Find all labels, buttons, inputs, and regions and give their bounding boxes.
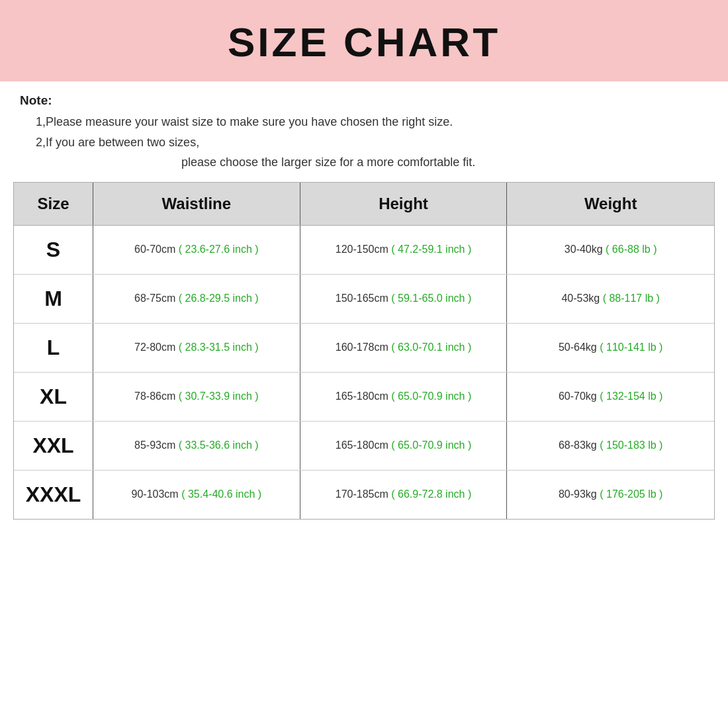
table-row: XXL 85-93cm ( 33.5-36.6 inch ) 165-180cm… xyxy=(14,422,714,471)
size-table: Size Waistline Height Weight S 60-70cm (… xyxy=(13,182,715,520)
cell-height-1: 150-165cm ( 59.1-65.0 inch ) xyxy=(300,275,508,323)
notes-section: Note: 1,Please measure your waist size t… xyxy=(0,81,728,182)
table-body: S 60-70cm ( 23.6-27.6 inch ) 120-150cm (… xyxy=(14,226,714,519)
cell-waistline-0: 60-70cm ( 23.6-27.6 inch ) xyxy=(93,226,300,274)
cell-size-2: L xyxy=(14,324,93,372)
page-title: SIZE CHART xyxy=(0,19,728,66)
cell-waistline-4: 85-93cm ( 33.5-36.6 inch ) xyxy=(93,422,300,470)
note-label: Note: xyxy=(20,93,708,108)
page-container: SIZE CHART Note: 1,Please measure your w… xyxy=(0,0,728,728)
cell-waistline-3: 78-86cm ( 30.7-33.9 inch ) xyxy=(93,373,300,421)
header-height: Height xyxy=(300,183,508,225)
note-line-1: 1,Please measure your waist size to make… xyxy=(36,112,708,132)
cell-weight-1: 40-53kg ( 88-117 lb ) xyxy=(507,275,714,323)
table-row: S 60-70cm ( 23.6-27.6 inch ) 120-150cm (… xyxy=(14,226,714,275)
cell-weight-2: 50-64kg ( 110-141 lb ) xyxy=(507,324,714,372)
cell-height-2: 160-178cm ( 63.0-70.1 inch ) xyxy=(300,324,508,372)
cell-height-4: 165-180cm ( 65.0-70.9 inch ) xyxy=(300,422,508,470)
cell-size-1: M xyxy=(14,275,93,323)
cell-weight-3: 60-70kg ( 132-154 lb ) xyxy=(507,373,714,421)
note-line-2a: 2,If you are between two sizes, xyxy=(36,132,708,153)
header-weight: Weight xyxy=(507,183,714,225)
cell-height-0: 120-150cm ( 47.2-59.1 inch ) xyxy=(300,226,508,274)
table-row: XXXL 90-103cm ( 35.4-40.6 inch ) 170-185… xyxy=(14,471,714,519)
header-waistline: Waistline xyxy=(93,183,300,225)
title-banner: SIZE CHART xyxy=(0,0,728,81)
cell-weight-4: 68-83kg ( 150-183 lb ) xyxy=(507,422,714,470)
cell-weight-5: 80-93kg ( 176-205 lb ) xyxy=(507,471,714,519)
cell-size-5: XXXL xyxy=(14,471,93,519)
header-size: Size xyxy=(14,183,93,225)
cell-weight-0: 30-40kg ( 66-88 lb ) xyxy=(507,226,714,274)
table-header: Size Waistline Height Weight xyxy=(14,183,714,226)
cell-waistline-1: 68-75cm ( 26.8-29.5 inch ) xyxy=(93,275,300,323)
cell-waistline-5: 90-103cm ( 35.4-40.6 inch ) xyxy=(93,471,300,519)
note-line-2: 2,If you are between two sizes, please c… xyxy=(36,132,708,173)
note-line-2b: please choose the larger size for a more… xyxy=(181,152,708,173)
table-row: L 72-80cm ( 28.3-31.5 inch ) 160-178cm (… xyxy=(14,324,714,373)
cell-size-3: XL xyxy=(14,373,93,421)
cell-size-0: S xyxy=(14,226,93,274)
cell-waistline-2: 72-80cm ( 28.3-31.5 inch ) xyxy=(93,324,300,372)
table-row: XL 78-86cm ( 30.7-33.9 inch ) 165-180cm … xyxy=(14,373,714,422)
table-row: M 68-75cm ( 26.8-29.5 inch ) 150-165cm (… xyxy=(14,275,714,324)
cell-height-5: 170-185cm ( 66.9-72.8 inch ) xyxy=(300,471,508,519)
cell-height-3: 165-180cm ( 65.0-70.9 inch ) xyxy=(300,373,508,421)
cell-size-4: XXL xyxy=(14,422,93,470)
